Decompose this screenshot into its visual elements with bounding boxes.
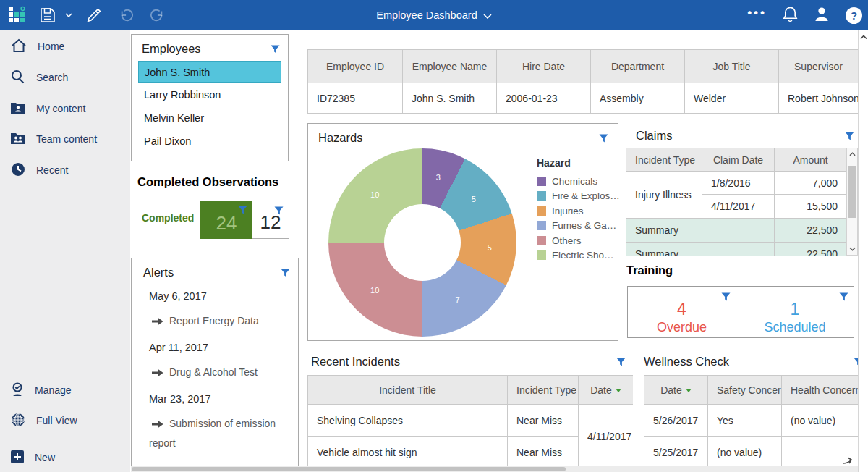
sidebar-item-my-content[interactable]: My content — [0, 96, 130, 122]
col-header-sortable[interactable]: Date — [644, 376, 708, 405]
incident-type-cell[interactable]: Near Miss — [508, 405, 579, 437]
claim-date-cell[interactable]: 1/8/2016 — [702, 172, 775, 195]
incident-title-cell[interactable]: Vehicle almost hit sign — [308, 437, 508, 468]
legend-entry[interactable]: Injuries — [537, 203, 620, 219]
wellness-row: 5/26/2017 Yes (no value) — [644, 405, 859, 437]
horizontal-scrollbar-thumb[interactable] — [132, 467, 566, 471]
incident-title-cell[interactable]: Shelving Collapses — [308, 405, 508, 437]
claim-amount-cell[interactable]: 15,500 — [775, 195, 847, 219]
sidebar-item-label: Full View — [36, 415, 77, 426]
completed-observations-title: Completed Observations — [137, 175, 278, 189]
claims-scrollbar[interactable] — [846, 148, 858, 256]
edit-pencil-icon[interactable] — [77, 0, 111, 30]
app-logo-icon[interactable] — [0, 0, 35, 30]
page-title: Employee Dashboard — [376, 9, 477, 21]
claim-date-cell[interactable]: 4/11/2017 — [702, 195, 775, 219]
legend-swatch — [537, 221, 546, 230]
donut-value-label: 7 — [456, 295, 460, 304]
employees-filter-icon[interactable] — [271, 43, 281, 53]
scheduled-label: Scheduled — [736, 320, 854, 335]
alerts-panel-title: Alerts — [143, 266, 286, 279]
drill-forward-arrow-icon[interactable] — [842, 456, 855, 465]
employee-list-item[interactable]: John S. Smith — [138, 61, 281, 83]
secondary-count-box[interactable]: 12 — [252, 201, 289, 239]
sidebar-item-recent[interactable]: Recent — [0, 157, 130, 183]
col-header: Incident Title — [308, 376, 508, 405]
legend-entry[interactable]: Electric Sho… — [537, 248, 620, 264]
redo-icon[interactable] — [142, 0, 172, 30]
incident-type-cell[interactable]: Injury Illness — [626, 172, 702, 219]
page-scroll-up-icon — [860, 35, 867, 40]
help-icon[interactable]: ? — [846, 7, 862, 24]
alert-item[interactable]: Drug & Alcohol Test — [149, 363, 286, 382]
supervisor-cell[interactable]: Robert Johnson — [779, 83, 859, 114]
sidebar-item-home[interactable]: Home — [0, 33, 130, 59]
hazards-filter-icon[interactable] — [599, 132, 609, 142]
donut-value-label: 5 — [472, 195, 476, 203]
more-actions-icon[interactable]: ••• — [747, 6, 767, 25]
hire-date-cell[interactable]: 2006-01-23 — [497, 83, 591, 114]
overdue-label: Overdue — [628, 320, 736, 335]
col-header-sortable[interactable]: Date — [579, 376, 634, 405]
claims-filter-icon[interactable] — [845, 130, 855, 140]
claim-amount-cell[interactable]: 7,000 — [775, 172, 847, 195]
employee-id-cell[interactable]: ID72385 — [308, 83, 403, 114]
alerts-filter-icon[interactable] — [281, 267, 291, 277]
left-sidebar: Home Search My content — [0, 30, 130, 472]
alert-item[interactable]: Report Energy Data — [149, 311, 286, 331]
page-horizontal-scrollbar[interactable] — [131, 466, 858, 472]
training-overdue-filter-icon[interactable] — [720, 291, 731, 300]
job-title-cell[interactable]: Welder — [685, 83, 779, 114]
recent-incidents-title: Recent Incidents — [311, 355, 400, 368]
col-header: Incident Type — [508, 376, 579, 405]
sidebar-item-label: Manage — [35, 384, 72, 396]
legend-title: Hazard — [537, 157, 620, 169]
globe-icon — [11, 413, 25, 429]
legend-entry[interactable]: Fumes & Ga… — [537, 219, 620, 234]
legend-entry[interactable]: Others — [537, 233, 620, 248]
sidebar-item-search[interactable]: Search — [0, 64, 130, 90]
employees-panel-title: Employees — [142, 42, 201, 56]
safety-concern-cell[interactable]: Yes — [708, 405, 782, 437]
alert-item[interactable]: Submission of emission report — [149, 414, 286, 453]
alerts-panel: Alerts May 6, 2017 Report Energy Data Ap… — [131, 258, 299, 472]
training-overdue-box[interactable]: 4 Overdue — [627, 286, 736, 338]
sidebar-item-label: Home — [38, 41, 64, 52]
save-icon[interactable] — [35, 0, 61, 30]
training-scheduled-box[interactable]: 1 Scheduled — [736, 286, 854, 338]
employee-list-item[interactable]: Larry Robbinson — [138, 84, 281, 106]
legend-entry[interactable]: Chemicals — [537, 174, 620, 189]
page-vertical-scrollbar[interactable] — [858, 30, 868, 472]
recent-incidents-viewport: Incident Title Incident Type Date Shelvi… — [307, 375, 633, 468]
sidebar-item-full-view[interactable]: Full View — [0, 408, 130, 434]
account-person-icon[interactable] — [814, 6, 830, 25]
employees-panel: Employees John S. Smith Larry Robbinson … — [131, 34, 289, 161]
incident-date-cell[interactable]: 4/11/2017 — [579, 405, 634, 468]
home-icon — [11, 38, 27, 55]
new-plus-icon — [11, 450, 24, 465]
employee-list-item[interactable]: Pail Dixon — [138, 130, 281, 152]
training-scheduled-filter-icon[interactable] — [838, 291, 848, 300]
department-cell[interactable]: Assembly — [591, 83, 685, 114]
sidebar-item-team-content[interactable]: Team content — [0, 126, 130, 152]
sidebar-item-manage[interactable]: Manage — [0, 377, 130, 403]
health-concern-cell[interactable]: (no value) — [782, 405, 859, 437]
wellness-date-cell[interactable]: 5/26/2017 — [644, 405, 708, 437]
notifications-bell-icon[interactable] — [783, 6, 798, 25]
save-menu-chevron-icon[interactable] — [61, 0, 77, 30]
claims-title: Claims — [636, 129, 672, 143]
sidebar-item-new[interactable]: New — [0, 444, 130, 471]
incident-row: Shelving Collapses Near Miss 4/11/2017 — [308, 405, 634, 437]
alert-date: Mar 23, 2017 — [149, 393, 286, 405]
incident-type-cell[interactable]: Near Miss — [508, 437, 579, 468]
undo-icon[interactable] — [111, 0, 142, 30]
employee-name-cell[interactable]: John S. Smith — [403, 83, 497, 114]
sidebar-item-label: Team content — [36, 133, 97, 145]
recent-incidents-filter-icon[interactable] — [616, 356, 626, 366]
employee-list-item[interactable]: Melvin Keller — [138, 107, 281, 129]
completed-count-box[interactable]: 24 — [200, 201, 252, 239]
sidebar-item-label: Recent — [36, 164, 68, 176]
claims-scrollbar-thumb[interactable] — [848, 166, 856, 218]
legend-entry[interactable]: Fire & Explos… — [537, 189, 620, 204]
title-chevron-down-icon[interactable] — [483, 9, 492, 21]
